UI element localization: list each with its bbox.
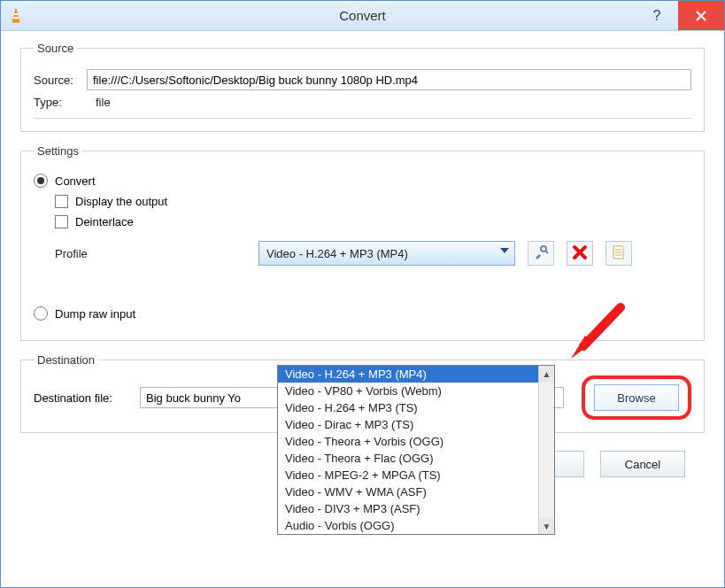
delete-x-icon — [572, 244, 588, 263]
dropdown-item[interactable]: Video - MPEG-2 + MPGA (TS) — [278, 467, 538, 484]
radio-icon — [34, 174, 48, 188]
dropdown-item[interactable]: Video - WMV + WMA (ASF) — [278, 484, 538, 500]
convert-radio[interactable]: Convert — [34, 174, 691, 188]
vlc-cone-icon — [8, 8, 24, 24]
dropdown-item[interactable]: Video - Theora + Vorbis (OGG) — [278, 433, 538, 450]
destination-file-label: Destination file: — [34, 391, 140, 405]
svg-rect-2 — [13, 17, 19, 19]
profile-selected-text: Video - H.264 + MP3 (MP4) — [266, 247, 408, 260]
delete-profile-button[interactable] — [567, 241, 593, 266]
checkbox-icon — [55, 195, 68, 208]
dropdown-item[interactable]: Video - Dirac + MP3 (TS) — [278, 416, 538, 433]
deinterlace-label: Deinterlace — [75, 215, 134, 228]
checkbox-icon — [55, 215, 68, 228]
profile-label: Profile — [55, 247, 258, 260]
dump-raw-radio[interactable]: Dump raw input — [34, 306, 691, 321]
dropdown-item[interactable]: Audio - Vorbis (OGG) — [278, 517, 538, 534]
convert-dialog: Convert ? Source Source: Type: file Sett… — [0, 0, 725, 588]
help-button[interactable]: ? — [636, 1, 678, 30]
dropdown-item[interactable]: Video - H.264 + MP3 (MP4) — [278, 366, 538, 383]
display-output-label: Display the output — [75, 195, 167, 208]
display-output-checkbox[interactable]: Display the output — [55, 195, 691, 208]
edit-profile-button[interactable] — [528, 241, 554, 266]
source-separator — [34, 118, 691, 119]
svg-marker-13 — [622, 245, 626, 249]
dump-raw-label: Dump raw input — [55, 307, 135, 321]
settings-legend: Settings — [34, 144, 82, 158]
window-title: Convert — [1, 8, 724, 23]
dropdown-item[interactable]: Video - VP80 + Vorbis (Webm) — [278, 383, 538, 399]
cancel-button[interactable]: Cancel — [600, 451, 685, 477]
destination-legend: Destination — [34, 353, 98, 367]
dropdown-items: Video - H.264 + MP3 (MP4) Video - VP80 +… — [278, 366, 538, 534]
svg-marker-0 — [12, 9, 19, 22]
profile-dropdown-list: Video - H.264 + MP3 (MP4) Video - VP80 +… — [277, 365, 555, 535]
source-input[interactable] — [87, 69, 691, 90]
dropdown-item[interactable]: Video - H.264 + MP3 (TS) — [278, 399, 538, 416]
convert-radio-label: Convert — [55, 174, 96, 188]
titlebar-controls: ? — [636, 1, 724, 30]
deinterlace-checkbox[interactable]: Deinterlace — [55, 215, 691, 228]
dropdown-scrollbar[interactable]: ▲ ▼ — [538, 366, 554, 534]
profile-row: Profile Video - H.264 + MP3 (MP4) — [55, 241, 691, 266]
settings-group: Settings Convert Display the output Dein… — [20, 144, 705, 341]
source-label: Source: — [34, 74, 87, 87]
browse-highlight: Browse — [582, 375, 691, 420]
scroll-up-icon[interactable]: ▲ — [539, 366, 554, 382]
type-label: Type: — [34, 96, 87, 109]
dropdown-item[interactable]: Video - Theora + Flac (OGG) — [278, 450, 538, 467]
svg-line-6 — [545, 251, 548, 253]
radio-icon — [34, 306, 48, 321]
profile-combobox[interactable]: Video - H.264 + MP3 (MP4) — [258, 241, 515, 266]
scroll-down-icon[interactable]: ▼ — [539, 518, 554, 534]
browse-button[interactable]: Browse — [594, 384, 679, 411]
type-value: file — [96, 96, 111, 109]
dialog-body: Source Source: Type: file Settings Conve… — [1, 31, 724, 587]
chevron-down-icon — [500, 248, 509, 253]
titlebar: Convert ? — [1, 1, 724, 31]
svg-rect-1 — [14, 13, 19, 15]
source-legend: Source — [34, 42, 77, 55]
tools-icon — [533, 244, 549, 263]
source-group: Source Source: Type: file — [20, 42, 705, 132]
close-button[interactable] — [678, 1, 724, 30]
new-document-icon — [611, 244, 627, 263]
dropdown-item[interactable]: Video - DIV3 + MP3 (ASF) — [278, 500, 538, 517]
new-profile-button[interactable] — [605, 241, 632, 266]
